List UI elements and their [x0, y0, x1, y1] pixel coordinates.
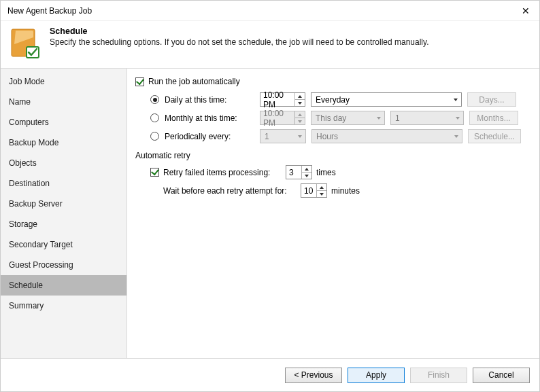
retry-count-spinner[interactable]	[301, 166, 311, 179]
retry-checkbox[interactable]	[150, 168, 159, 177]
sidebar-item-computers[interactable]: Computers	[1, 112, 126, 132]
chevron-down-icon	[295, 118, 305, 124]
daily-time-spinner[interactable]	[294, 93, 305, 106]
chevron-down-icon	[450, 93, 461, 106]
chevron-down-icon	[451, 130, 462, 143]
sidebar-item-label: Schedule	[9, 281, 43, 290]
sidebar-item-label: Name	[9, 97, 31, 107]
monthly-radio[interactable]	[150, 113, 159, 122]
retry-block: Retry failed items processing: 3 times W…	[150, 163, 531, 200]
sidebar-item-label: Secondary Target	[9, 240, 73, 249]
daily-row: Daily at this time: 10:00 PM Everyday Da…	[150, 90, 531, 109]
sidebar-item-label: Storage	[9, 219, 37, 229]
sidebar-item-label: Backup Mode	[9, 138, 58, 147]
daily-time-input[interactable]: 10:00 PM	[260, 92, 305, 107]
titlebar: New Agent Backup Job ✕	[1, 1, 539, 21]
page-subtitle: Specify the scheduling options. If you d…	[50, 37, 428, 47]
body: Job Mode Name Computers Backup Mode Obje…	[1, 68, 539, 359]
sidebar-item-destination[interactable]: Destination	[1, 173, 126, 194]
automatic-retry-label: Automatic retry	[135, 151, 531, 160]
sidebar-item-job-mode[interactable]: Job Mode	[1, 71, 126, 92]
chevron-down-icon[interactable]	[295, 99, 305, 106]
run-auto-label: Run the job automatically	[148, 77, 240, 86]
retry-count-row: Retry failed items processing: 3 times	[150, 163, 531, 181]
content-panel: Run the job automatically Daily at this …	[127, 69, 539, 358]
cancel-button[interactable]: Cancel	[473, 368, 530, 383]
schedule-button: Schedule...	[468, 129, 521, 143]
periodic-value-combo: 1	[260, 129, 306, 143]
chevron-up-icon[interactable]	[295, 93, 305, 99]
chevron-up-icon	[295, 111, 305, 118]
sidebar-item-guest-processing[interactable]: Guest Processing	[1, 255, 126, 275]
periodic-value: 1	[260, 132, 294, 141]
page-title: Schedule	[50, 26, 428, 36]
schedule-options: Daily at this time: 10:00 PM Everyday Da…	[150, 90, 531, 145]
days-button: Days...	[467, 92, 516, 107]
sidebar-item-label: Summary	[9, 301, 44, 310]
close-icon[interactable]: ✕	[512, 1, 539, 21]
monthly-ordinal-combo: This day	[311, 111, 385, 125]
retry-count-value: 3	[286, 168, 301, 177]
window-title: New Agent Backup Job	[7, 6, 512, 16]
periodic-unit-value: Hours	[312, 132, 451, 141]
months-button: Months...	[469, 111, 518, 125]
periodic-unit-combo: Hours	[311, 129, 462, 143]
chevron-down-icon[interactable]	[302, 172, 311, 179]
periodic-radio[interactable]	[150, 132, 159, 141]
header-text: Schedule Specify the scheduling options.…	[50, 26, 428, 47]
footer: < Previous Apply Finish Cancel	[1, 359, 539, 391]
sidebar-item-label: Guest Processing	[9, 260, 73, 270]
retry-label: Retry failed items processing:	[163, 168, 282, 177]
monthly-time-value: 10:00 PM	[260, 109, 294, 128]
wait-label: Wait before each retry attempt for:	[163, 186, 297, 196]
chevron-down-icon	[294, 130, 305, 143]
daily-day-value: Everyday	[311, 95, 450, 105]
periodic-row: Periodically every: 1 Hours Schedule...	[150, 127, 531, 145]
dialog-window: New Agent Backup Job ✕ Schedule Specify …	[0, 0, 540, 392]
monthly-day-combo: 1	[390, 111, 464, 125]
sidebar-item-label: Computers	[9, 118, 49, 127]
previous-button[interactable]: < Previous	[285, 368, 342, 383]
sidebar-item-label: Backup Server	[9, 199, 63, 209]
wait-spinner[interactable]	[316, 184, 326, 197]
chevron-down-icon	[452, 111, 463, 124]
wait-value: 10	[301, 186, 316, 196]
sidebar-item-objects[interactable]: Objects	[1, 153, 126, 173]
chevron-down-icon	[373, 111, 384, 124]
sidebar-item-schedule[interactable]: Schedule	[1, 275, 126, 296]
daily-radio[interactable]	[150, 95, 159, 104]
times-label: times	[316, 168, 336, 177]
chevron-up-icon[interactable]	[302, 166, 311, 172]
sidebar-item-backup-server[interactable]: Backup Server	[1, 194, 126, 214]
periodic-label: Periodically every:	[165, 132, 254, 141]
finish-button: Finish	[410, 368, 467, 383]
chevron-down-icon[interactable]	[317, 190, 326, 197]
daily-label: Daily at this time:	[165, 95, 254, 105]
retry-count-input[interactable]: 3	[286, 165, 312, 179]
wait-value-input[interactable]: 10	[301, 183, 327, 198]
daily-time-value: 10:00 PM	[260, 90, 294, 109]
monthly-day-value: 1	[391, 113, 452, 123]
run-auto-checkbox-row: Run the job automatically	[135, 77, 531, 86]
sidebar-item-label: Job Mode	[9, 77, 45, 86]
apply-button[interactable]: Apply	[348, 368, 405, 383]
sidebar-item-label: Objects	[9, 158, 37, 168]
sidebar-item-label: Destination	[9, 179, 50, 188]
schedule-page-icon	[9, 26, 41, 61]
chevron-up-icon[interactable]	[317, 184, 326, 190]
wait-row: Wait before each retry attempt for: 10 m…	[150, 181, 531, 200]
minutes-label: minutes	[331, 186, 360, 196]
sidebar-item-storage[interactable]: Storage	[1, 214, 126, 234]
run-auto-checkbox[interactable]	[135, 77, 144, 86]
sidebar-item-name[interactable]: Name	[1, 92, 126, 112]
sidebar-item-secondary-target[interactable]: Secondary Target	[1, 234, 126, 255]
monthly-ordinal-value: This day	[311, 113, 373, 123]
sidebar-item-summary[interactable]: Summary	[1, 296, 126, 316]
monthly-label: Monthly at this time:	[165, 113, 254, 123]
header: Schedule Specify the scheduling options.…	[1, 21, 539, 68]
monthly-row: Monthly at this time: 10:00 PM This day	[150, 109, 531, 127]
monthly-time-spinner	[294, 111, 305, 124]
sidebar-item-backup-mode[interactable]: Backup Mode	[1, 132, 126, 153]
daily-day-combo[interactable]: Everyday	[311, 92, 462, 107]
monthly-time-input: 10:00 PM	[260, 111, 305, 125]
